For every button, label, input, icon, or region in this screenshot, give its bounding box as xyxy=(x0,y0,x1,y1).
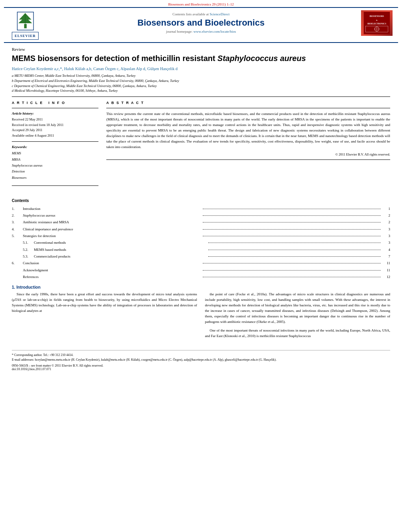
toc-row-5: 5. Strategies for detection 3 xyxy=(12,233,390,239)
elsevier-name-box: ELSEVIER xyxy=(12,32,39,40)
divider-after-affiliations xyxy=(12,96,390,97)
svg-text:BIOSENSORS: BIOSENSORS xyxy=(370,15,384,17)
toc-num-5: 5. xyxy=(12,233,23,239)
toc-dots-ref xyxy=(203,277,381,277)
intro-para-2: the point of care (Focke et al., 2010a).… xyxy=(205,292,391,325)
svg-text:BIOELECTRONICS: BIOELECTRONICS xyxy=(367,22,386,25)
abstract-label: A B S T R A C T xyxy=(106,101,390,105)
toc-page-ref: 12 xyxy=(382,274,390,280)
authors: Hatice Ceylan Koydemir a,c,*, Haluk Küla… xyxy=(12,67,390,71)
footer-issn: 0956-5663/$ – see front matter © 2011 El… xyxy=(12,364,103,367)
article-title: MEMS biosensors for detection of methici… xyxy=(12,53,390,63)
toc-page-5: 3 xyxy=(382,233,390,239)
article-info-abstract-section: A R T I C L E I N F O Article history: R… xyxy=(12,101,390,189)
introduction-section: 1. Introduction Since the early 1990s, t… xyxy=(0,281,402,346)
toc-item: 5.2. MEMS based methods 4 xyxy=(12,247,390,253)
intro-heading: 1. Introduction xyxy=(12,285,390,289)
footnote-emails: E-mail addresses: hceylan@mems.metu.edu.… xyxy=(12,358,390,362)
footer-doi: doi:10.1016/j.bios.2011.07.071 xyxy=(12,367,51,371)
toc-row-ref: References 12 xyxy=(12,274,390,280)
article-received: Received 22 May 2011 xyxy=(12,117,98,122)
toc-title-2: Staphylococcus aureus xyxy=(23,213,201,219)
toc-dots-5-2 xyxy=(208,250,381,250)
toc-row-3: 3. Antibiotic resistance and MRSA 2 xyxy=(12,219,390,225)
contents-section: Contents 1. Introduction 1 2. Staphyloco… xyxy=(0,198,402,280)
divider-bottom-left xyxy=(12,185,98,186)
toc-num-2: 2. xyxy=(12,213,23,219)
article-revised: Received in revised form 18 July 2011 xyxy=(12,122,98,128)
article-available: Available online 4 August 2011 xyxy=(12,133,98,139)
toc-page-4: 3 xyxy=(382,226,390,232)
toc-dots-ack xyxy=(203,270,381,271)
intro-para-1: Since the early 1990s, there have been a… xyxy=(12,292,197,314)
affiliation-a: a METU-MEMS Center, Middle East Technica… xyxy=(12,73,390,78)
journal-reference-bar: Biosensors and Bioelectronics 29 (2011) … xyxy=(0,0,402,7)
toc-item: 6. Conclusion 11 xyxy=(12,260,390,266)
toc-dots-5-1 xyxy=(208,243,381,243)
intro-para-3: One of the most important threats of nos… xyxy=(205,328,391,339)
toc-num-4: 4. xyxy=(12,226,23,232)
journal-header: ELSEVIER Contents lists available at Sci… xyxy=(4,7,398,43)
toc-title-3: Antibiotic resistance and MRSA xyxy=(23,219,201,225)
toc-row-5-3: 5.3. Commercialized products 7 xyxy=(12,254,390,260)
toc-item: References 12 xyxy=(12,274,390,280)
article-title-plain: MEMS biosensors for detection of methici… xyxy=(12,54,217,63)
article-content: Review MEMS biosensors for detection of … xyxy=(0,43,402,193)
toc-row-1: 1. Introduction 1 xyxy=(12,206,390,212)
article-info-section-label: A R T I C L E I N F O xyxy=(12,101,98,105)
article-accepted: Accepted 29 July 2011 xyxy=(12,128,98,133)
divider-article-info xyxy=(12,108,98,108)
keyword-biosensors: Biosensors xyxy=(12,175,98,181)
toc-item: 2. Staphylococcus aureus 2 xyxy=(12,213,390,219)
toc-row-4: 4. Clinical importance and prevalence 3 xyxy=(12,226,390,232)
toc-row-ack: Acknowledgment 11 xyxy=(12,267,390,273)
keywords-list: MEMS MRSA Staphylococcus aureus Detectio… xyxy=(12,150,98,180)
affiliation-d: d Medical Microbiology, Hacettepe Univer… xyxy=(12,88,390,93)
toc-title-5-2: MEMS based methods xyxy=(34,247,207,253)
toc-item: Acknowledgment 11 xyxy=(12,267,390,273)
journal-url[interactable]: www.elsevier.com/locate/bios xyxy=(193,30,236,33)
journal-title: Biosensors and Bioelectronics xyxy=(45,18,357,28)
toc-dots-5-3 xyxy=(208,256,381,257)
divider-abstract-top xyxy=(106,108,390,108)
toc-page-6: 11 xyxy=(382,260,390,266)
svg-text:&: & xyxy=(376,19,378,21)
affiliations: a METU-MEMS Center, Middle East Technica… xyxy=(12,73,390,93)
article-history-label: Article history: xyxy=(12,111,98,115)
toc-dots-5 xyxy=(203,236,381,236)
toc-row-6: 6. Conclusion 11 xyxy=(12,260,390,266)
footnote-corresponding: * Corresponding author. Tel.: +90 312 21… xyxy=(12,353,390,358)
svg-rect-1 xyxy=(24,24,26,28)
toc-item: 5.1. Conventional methods 3 xyxy=(12,240,390,246)
contents-title: Contents xyxy=(12,198,390,203)
toc-num-5-1: 5.1. xyxy=(23,240,34,246)
divider-keywords xyxy=(12,141,98,142)
toc-dots-4 xyxy=(203,229,381,230)
toc-dots-3 xyxy=(203,222,381,222)
keyword-detection: Detection xyxy=(12,169,98,174)
toc-row-5-2: 5.2. MEMS based methods 4 xyxy=(12,247,390,253)
toc-dots-2 xyxy=(203,215,381,216)
toc-num-6: 6. xyxy=(12,260,23,266)
toc-title-4: Clinical importance and prevalence xyxy=(23,226,201,232)
sciencedirect-link[interactable]: ScienceDirect xyxy=(210,12,230,16)
toc-item: 3. Antibiotic resistance and MRSA 2 xyxy=(12,219,390,225)
abstract-text: This review presents the current state o… xyxy=(106,111,390,150)
copyright-line: © 2011 Elsevier B.V. All rights reserved… xyxy=(106,152,390,156)
toc-page-ack: 11 xyxy=(382,267,390,273)
elsevier-logo: ELSEVIER xyxy=(9,10,41,40)
divider-abstract-bottom xyxy=(106,159,390,160)
toc-title-ref: References xyxy=(23,274,201,280)
toc-num-1: 1. xyxy=(12,206,23,212)
journal-ref-text: Biosensors and Bioelectronics 29 (2011) … xyxy=(168,2,233,6)
toc-title-6: Conclusion xyxy=(23,260,201,266)
toc-page-3: 2 xyxy=(382,219,390,225)
toc-row-2: 2. Staphylococcus aureus 2 xyxy=(12,213,390,219)
affiliation-c: c Department of Chemical Engineering, Mi… xyxy=(12,83,390,89)
journal-center: Contents lists available at ScienceDirec… xyxy=(45,10,357,40)
footnote-section: * Corresponding author. Tel.: +90 312 21… xyxy=(12,350,390,362)
keywords-label: Keywords: xyxy=(12,145,98,149)
toc-page-2: 2 xyxy=(382,213,390,219)
page-wrapper: Biosensors and Bioelectronics 29 (2011) … xyxy=(0,0,402,532)
toc-title-5-3: Commercialized products xyxy=(34,254,207,260)
